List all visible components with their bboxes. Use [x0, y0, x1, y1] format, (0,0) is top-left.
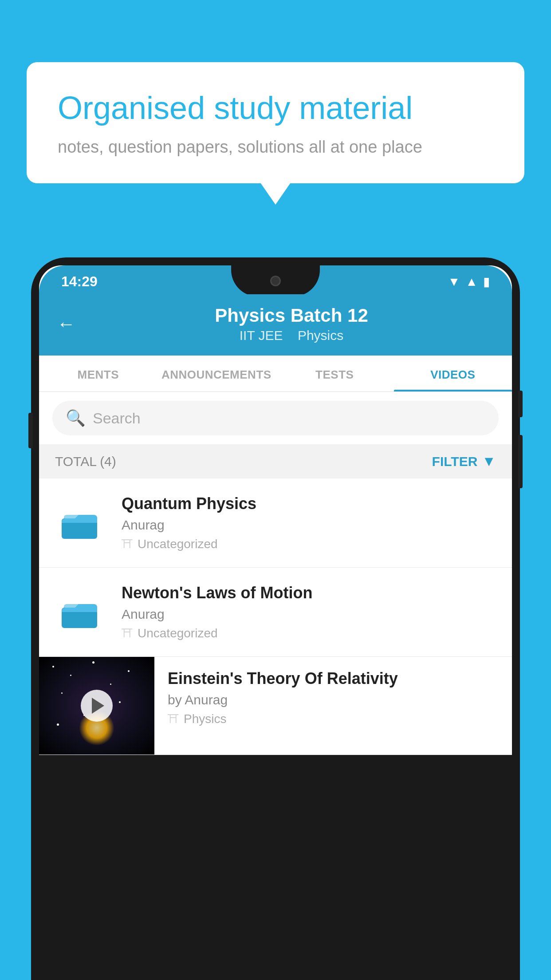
- camera-notch: [231, 265, 320, 294]
- folder-icon: [62, 503, 102, 543]
- video-title: Einstein's Theory Of Relativity: [168, 669, 499, 688]
- bubble-subtitle: notes, question papers, solutions all at…: [58, 138, 493, 157]
- phone-frame: 14:29 ▼ ▲ ▮ ← Physics Batch 12 IIT JEE: [31, 257, 520, 980]
- search-bar[interactable]: 🔍 Search: [52, 401, 499, 435]
- tab-ments[interactable]: MENTS: [39, 356, 157, 391]
- wifi-icon: ▼: [448, 275, 460, 289]
- play-triangle-icon: [92, 698, 104, 714]
- header-subtitle: IIT JEE Physics: [89, 328, 494, 343]
- speech-bubble: Organised study material notes, question…: [27, 62, 524, 183]
- back-button[interactable]: ←: [57, 313, 75, 335]
- list-item[interactable]: Einstein's Theory Of Relativity by Anura…: [39, 657, 512, 755]
- total-count-label: TOTAL (4): [55, 454, 116, 469]
- subtitle-part1: IIT JEE: [240, 328, 283, 343]
- folder-thumbnail: [55, 496, 108, 549]
- tag-label: Uncategorized: [138, 626, 218, 640]
- phone-mockup: 14:29 ▼ ▲ ▮ ← Physics Batch 12 IIT JEE: [31, 257, 520, 980]
- video-info: Einstein's Theory Of Relativity by Anura…: [154, 657, 512, 739]
- play-button[interactable]: [81, 690, 113, 722]
- subtitle-part2: Physics: [298, 328, 343, 343]
- folder-icon: [62, 592, 102, 632]
- tab-videos[interactable]: VIDEOS: [394, 356, 512, 391]
- list-item[interactable]: Newton's Laws of Motion Anurag ⛩ Uncateg…: [39, 568, 512, 657]
- video-thumbnail: [39, 657, 154, 755]
- signal-icon: ▲: [465, 275, 478, 289]
- video-author: Anurag: [122, 518, 496, 533]
- header-title: Physics Batch 12: [89, 305, 494, 326]
- list-item[interactable]: Quantum Physics Anurag ⛩ Uncategorized: [39, 478, 512, 568]
- filter-funnel-icon: ▼: [482, 453, 496, 470]
- bubble-title: Organised study material: [58, 89, 493, 127]
- search-input[interactable]: Search: [93, 410, 141, 427]
- tab-tests[interactable]: TESTS: [276, 356, 394, 391]
- volume-button-right: [518, 435, 523, 488]
- power-button: [518, 391, 523, 417]
- search-icon: 🔍: [66, 409, 86, 427]
- video-author: by Anurag: [168, 692, 499, 707]
- header-title-block: Physics Batch 12 IIT JEE Physics: [89, 305, 494, 343]
- video-tag: ⛩ Uncategorized: [122, 537, 496, 551]
- filter-bar: TOTAL (4) FILTER ▼: [39, 444, 512, 478]
- tag-icon: ⛩: [122, 537, 133, 551]
- video-tag: ⛩ Uncategorized: [122, 626, 496, 640]
- video-title: Quantum Physics: [122, 494, 496, 513]
- filter-label: FILTER: [432, 454, 478, 469]
- volume-button: [28, 413, 33, 448]
- tag-label: Uncategorized: [138, 537, 218, 551]
- camera-dot: [270, 276, 281, 286]
- search-bar-wrapper: 🔍 Search: [39, 392, 512, 444]
- video-info: Quantum Physics Anurag ⛩ Uncategorized: [122, 494, 496, 551]
- tabs-bar: MENTS ANNOUNCEMENTS TESTS VIDEOS: [39, 356, 512, 392]
- status-time: 14:29: [61, 273, 98, 290]
- phone-screen: 14:29 ▼ ▲ ▮ ← Physics Batch 12 IIT JEE: [39, 265, 512, 755]
- battery-icon: ▮: [483, 274, 490, 289]
- video-list: Quantum Physics Anurag ⛩ Uncategorized: [39, 478, 512, 755]
- notch-area: 14:29 ▼ ▲ ▮: [39, 265, 512, 294]
- app-header: ← Physics Batch 12 IIT JEE Physics: [39, 294, 512, 356]
- video-author: Anurag: [122, 607, 496, 622]
- video-title: Newton's Laws of Motion: [122, 584, 496, 602]
- speech-bubble-container: Organised study material notes, question…: [27, 62, 524, 183]
- tag-icon: ⛩: [122, 627, 133, 640]
- tag-icon: ⛩: [168, 712, 179, 726]
- video-tag: ⛩ Physics: [168, 712, 499, 726]
- tag-label: Physics: [184, 712, 226, 726]
- video-info: Newton's Laws of Motion Anurag ⛩ Uncateg…: [122, 584, 496, 640]
- folder-thumbnail: [55, 585, 108, 639]
- status-icons: ▼ ▲ ▮: [448, 274, 490, 289]
- filter-button[interactable]: FILTER ▼: [432, 453, 496, 470]
- tab-announcements[interactable]: ANNOUNCEMENTS: [157, 356, 276, 391]
